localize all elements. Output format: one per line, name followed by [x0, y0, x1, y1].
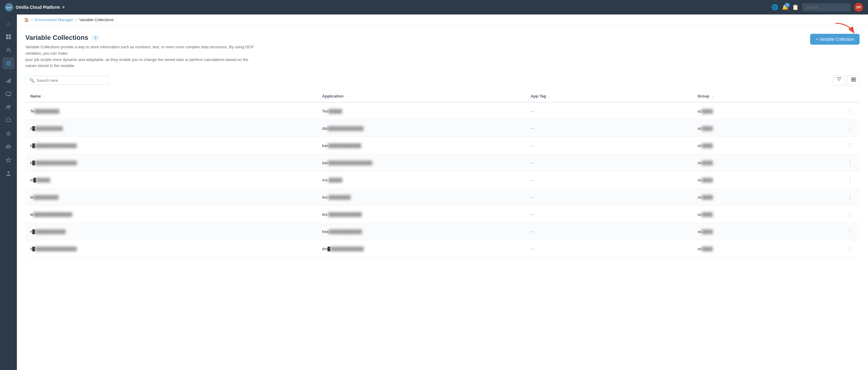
count-badge: 9 — [91, 35, 99, 41]
table-row: m██████ ms.█████ — oc████ ⋮ — [25, 171, 860, 189]
sidebar-item-achievements[interactable] — [2, 154, 14, 166]
globe-icon[interactable]: 🌐 — [772, 4, 778, 10]
cell-name: Te█████████ — [25, 102, 317, 120]
cell-name: d████████████████ — [25, 240, 317, 257]
row-menu-button[interactable]: ⋮ — [845, 245, 855, 253]
cell-application: dia█████████████ — [317, 120, 526, 137]
cell-app-tag: — — [526, 223, 693, 240]
sidebar-item-contacts[interactable] — [2, 44, 14, 56]
svg-rect-4 — [6, 37, 8, 39]
cell-menu[interactable]: ⋮ — [818, 223, 860, 240]
main-wrapper: 🏠 > Environment Manager > Variable Colle… — [17, 15, 868, 370]
row-menu-button[interactable]: ⋮ — [845, 193, 855, 201]
breadcrumb-current: Variable Collections — [79, 18, 114, 22]
row-menu-button[interactable]: ⋮ — [845, 159, 855, 167]
cell-app-tag: — — [526, 120, 693, 137]
svg-rect-5 — [9, 37, 11, 39]
sidebar-item-users[interactable] — [2, 101, 14, 113]
cell-group: oc████ — [692, 137, 818, 154]
row-menu-button[interactable]: ⋮ — [845, 176, 855, 184]
svg-rect-20 — [851, 79, 856, 80]
svg-text:OCP: OCP — [6, 6, 12, 9]
cell-menu[interactable]: ⋮ — [818, 120, 860, 137]
topnav-search-input[interactable] — [802, 3, 850, 11]
row-menu-button[interactable]: ⋮ — [845, 124, 855, 133]
svg-rect-19 — [851, 78, 856, 79]
table-body: Te█████████ Tes█████ — oc████ ⋮ d███████… — [25, 102, 860, 257]
svg-rect-10 — [8, 80, 9, 83]
cell-name: d███████████ — [25, 120, 317, 137]
breadcrumb: 🏠 > Environment Manager > Variable Colle… — [17, 15, 868, 25]
svg-point-15 — [7, 133, 9, 135]
search-wrapper[interactable]: 🔍 — [25, 76, 110, 85]
top-navigation: OCP Omilia Cloud Platform® 🌐 🔔 7 📋 DP — [0, 0, 868, 15]
cell-menu[interactable]: ⋮ — [818, 189, 860, 206]
cell-menu[interactable]: ⋮ — [818, 171, 860, 189]
cell-group: oc████ — [692, 154, 818, 171]
table-row: d███████████ dia█████████████ — oc████ ⋮ — [25, 120, 860, 137]
breadcrumb-home[interactable]: 🏠 — [24, 18, 29, 22]
sort-icon-app-tag: ↓ — [548, 94, 550, 98]
cell-name: te██████████████ — [25, 206, 317, 223]
add-variable-collection-button[interactable]: + Variable Collection — [810, 34, 860, 45]
sidebar-item-cloud[interactable] — [2, 114, 14, 126]
sidebar-item-variables[interactable] — [2, 57, 14, 69]
svg-point-14 — [9, 106, 10, 107]
notification-badge: 7 — [785, 3, 789, 7]
add-button-container: + Variable Collection — [810, 34, 860, 45]
search-input[interactable] — [37, 78, 106, 83]
breadcrumb-sep-1: > — [31, 18, 33, 22]
sidebar: ⌂ — [0, 15, 17, 370]
page-title-row: Variable Collections 9 — [25, 34, 254, 41]
sidebar-item-analytics[interactable] — [2, 75, 14, 87]
col-name[interactable]: Name ↓ — [25, 90, 317, 102]
page-content: Variable Collections 9 Variable Collecti… — [17, 25, 868, 370]
cell-name: m██████ — [25, 171, 317, 189]
breadcrumb-env-manager[interactable]: Environment Manager — [35, 18, 73, 22]
user-avatar[interactable]: DP — [854, 3, 863, 12]
cell-application: test████████████ — [317, 206, 526, 223]
svg-rect-11 — [10, 79, 10, 83]
sidebar-item-export[interactable] — [2, 168, 14, 179]
filter-button[interactable] — [833, 75, 845, 85]
cell-menu[interactable]: ⋮ — [818, 206, 860, 223]
svg-rect-2 — [6, 34, 8, 36]
page-header-left: Variable Collections 9 Variable Collecti… — [25, 34, 254, 69]
view-toggle-button[interactable] — [847, 75, 860, 85]
nav-right: 🌐 🔔 7 📋 DP — [772, 3, 863, 12]
sidebar-item-home[interactable]: ⌂ — [2, 18, 14, 30]
row-menu-button[interactable]: ⋮ — [845, 141, 855, 150]
table-row: Te█████████ Tes█████ — oc████ ⋮ — [25, 102, 860, 120]
cell-name: h████████████ — [25, 223, 317, 240]
notification-icon[interactable]: 🔔 7 — [782, 4, 788, 10]
row-menu-button[interactable]: ⋮ — [845, 107, 855, 115]
sidebar-item-teams[interactable] — [2, 141, 14, 153]
page-header: Variable Collections 9 Variable Collecti… — [25, 34, 860, 69]
col-app-tag[interactable]: App Tag ↓ — [526, 90, 693, 102]
cell-application: ms.█████ — [317, 171, 526, 189]
col-application[interactable]: Application ↓ — [317, 90, 526, 102]
page-title: Variable Collections — [25, 34, 88, 41]
cell-menu[interactable]: ⋮ — [818, 102, 860, 120]
cell-menu[interactable]: ⋮ — [818, 137, 860, 154]
table-row: te█████████ test████████ — oc████ ⋮ — [25, 189, 860, 206]
sidebar-item-modules[interactable] — [2, 31, 14, 43]
app-name-suffix: ® — [62, 6, 64, 9]
col-group[interactable]: Group ↓ — [692, 90, 818, 102]
sort-icon-name: ↓ — [43, 94, 45, 98]
table-row: h████████████ hea████████████ — oc████ ⋮ — [25, 223, 860, 240]
logo-icon: OCP — [5, 3, 13, 11]
cell-menu[interactable]: ⋮ — [818, 240, 860, 257]
cell-application: hea████████████ — [317, 223, 526, 240]
sidebar-item-display[interactable] — [2, 88, 14, 100]
cell-app-tag: — — [526, 206, 693, 223]
messages-icon[interactable]: 📋 — [792, 4, 799, 10]
cell-app-tag: — — [526, 154, 693, 171]
row-menu-button[interactable]: ⋮ — [845, 210, 855, 219]
sidebar-item-settings[interactable] — [2, 127, 14, 140]
row-menu-button[interactable]: ⋮ — [845, 227, 855, 236]
cell-menu[interactable]: ⋮ — [818, 154, 860, 171]
cell-name: b████████████████ — [25, 154, 317, 171]
app-logo[interactable]: OCP Omilia Cloud Platform® — [5, 3, 64, 11]
svg-point-7 — [6, 61, 10, 65]
